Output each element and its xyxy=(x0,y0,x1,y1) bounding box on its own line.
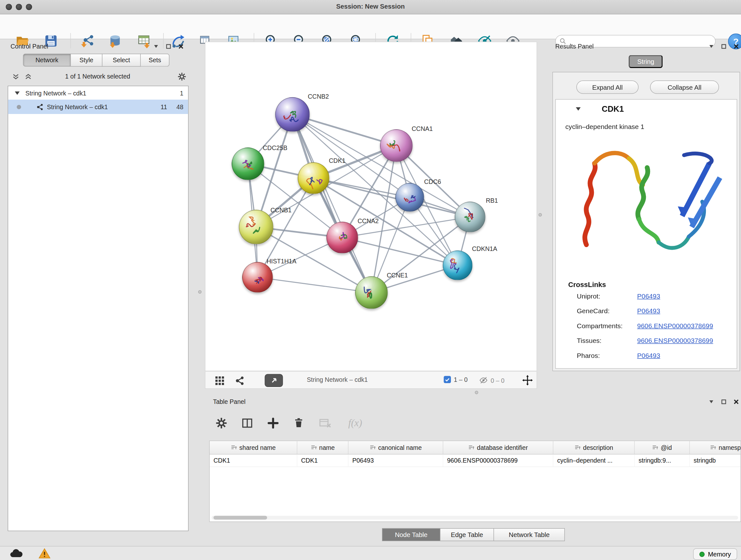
network-view-canvas[interactable]: CCNB2CCNA1CDC25BCDK1CDC6RB1CCNB1CCNA2CDK… xyxy=(205,42,537,371)
tab-select[interactable]: Select xyxy=(103,54,141,67)
float-panel-icon[interactable] xyxy=(153,44,159,50)
splitter-handle[interactable] xyxy=(539,213,542,217)
column-header-namespace[interactable]: namespace xyxy=(690,441,741,454)
column-header-canonical-name[interactable]: canonical name xyxy=(348,441,443,454)
network-node-ccna2[interactable] xyxy=(327,222,358,253)
network-edge[interactable] xyxy=(342,238,458,265)
pan-crosshair-icon[interactable] xyxy=(522,375,533,386)
splitter-handle[interactable] xyxy=(475,391,478,394)
network-edge[interactable] xyxy=(258,277,372,293)
grid-view-icon[interactable] xyxy=(215,376,225,386)
tab-network[interactable]: Network xyxy=(23,54,71,67)
warning-icon[interactable] xyxy=(38,548,51,559)
scrollbar-thumb[interactable] xyxy=(213,516,267,520)
column-header-name[interactable]: name xyxy=(297,441,349,454)
network-collection-row[interactable]: String Network – cdk1 1 xyxy=(8,86,188,100)
crosslink-row: Pharos: P06493 xyxy=(556,352,737,365)
crosslink-uniprot-link[interactable]: P06493 xyxy=(637,292,660,300)
tab-style[interactable]: Style xyxy=(71,54,103,67)
network-node-ccnb2[interactable] xyxy=(275,98,310,132)
table-settings-button[interactable] xyxy=(213,415,229,431)
cloud-icon[interactable] xyxy=(10,549,23,559)
function-builder-button[interactable]: f(x) xyxy=(342,415,368,431)
splitter-handle[interactable] xyxy=(198,290,202,294)
open-in-window-button[interactable] xyxy=(265,374,283,387)
cell-canonical-name[interactable]: P06493 xyxy=(348,455,443,467)
cell-name[interactable]: CDK1 xyxy=(297,455,349,467)
cell-database-identifier[interactable]: 9606.ENSP00000378699 xyxy=(443,455,553,467)
memory-label: Memory xyxy=(708,550,731,558)
network-row-selected[interactable]: String Network – cdk1 11 48 xyxy=(8,100,188,114)
network-node-rb1[interactable] xyxy=(455,202,485,233)
horizontal-scrollbar[interactable] xyxy=(212,516,738,520)
network-node-ccna1[interactable] xyxy=(380,129,413,162)
delete-column-button[interactable] xyxy=(291,415,307,431)
table-row[interactable]: CDK1 CDK1 P06493 9606.ENSP00000378699 cy… xyxy=(210,455,741,467)
delete-table-button[interactable] xyxy=(317,415,333,431)
tab-string-results[interactable]: String xyxy=(629,55,663,68)
float-panel-icon[interactable] xyxy=(709,44,714,50)
gear-icon[interactable] xyxy=(177,72,187,81)
memory-button[interactable]: Memory xyxy=(693,549,737,560)
collection-expander-icon[interactable] xyxy=(15,91,20,95)
protein-structure-thumbnail xyxy=(400,188,420,208)
network-edge[interactable] xyxy=(293,115,372,293)
tab-sets[interactable]: Sets xyxy=(141,54,170,67)
network-node-count: 11 xyxy=(160,103,167,111)
protein-structure-thumbnail xyxy=(448,256,468,276)
close-panel-icon[interactable] xyxy=(733,399,739,405)
cell-id[interactable]: stringdb:9... xyxy=(635,455,690,467)
network-node-cdk1[interactable] xyxy=(298,163,329,194)
close-panel-icon[interactable] xyxy=(733,44,739,50)
network-node-ccnb1[interactable] xyxy=(239,210,273,244)
sort-icon xyxy=(575,444,581,451)
crosslink-row: Tissues: 9606.ENSP00000378699 xyxy=(556,337,737,350)
column-header-id[interactable]: @id xyxy=(635,441,690,454)
selection-checkbox[interactable] xyxy=(444,376,451,383)
crosslink-label: Tissues: xyxy=(577,337,602,345)
network-edge[interactable] xyxy=(314,178,470,217)
trash-icon xyxy=(293,417,305,429)
float-panel-icon[interactable] xyxy=(709,399,714,405)
network-node-cdc6[interactable] xyxy=(395,183,424,212)
crosslink-compartments-link[interactable]: 9606.ENSP00000378699 xyxy=(637,322,713,329)
collapse-all-button[interactable]: Collapse All xyxy=(650,80,719,94)
maximize-panel-icon[interactable] xyxy=(721,399,727,405)
tab-network-table[interactable]: Network Table xyxy=(494,528,565,542)
crosslink-row: Compartments: 9606.ENSP00000378699 xyxy=(556,322,737,335)
network-node-ccne1[interactable] xyxy=(355,276,388,309)
cell-description[interactable]: cyclin–dependent ... xyxy=(553,455,635,467)
crosslink-pharos-link[interactable]: P06493 xyxy=(637,352,660,359)
current-network-indicator xyxy=(17,105,21,109)
crosslink-tissues-link[interactable]: 9606.ENSP00000378699 xyxy=(637,337,713,345)
hidden-count-text: 0 – 0 xyxy=(491,377,504,384)
network-node-hist1h1a[interactable] xyxy=(242,262,273,293)
hidden-eye-slash-icon xyxy=(479,376,488,385)
column-header-description[interactable]: description xyxy=(553,441,635,454)
tab-node-table[interactable]: Node Table xyxy=(382,528,441,542)
network-node-cdkn1a[interactable] xyxy=(443,251,473,280)
maximize-panel-icon[interactable] xyxy=(165,44,172,50)
node-label-ccna2: CCNA2 xyxy=(358,217,379,225)
crosslink-genecard-link[interactable]: P06493 xyxy=(637,307,660,315)
protein-structure-image xyxy=(563,137,731,278)
table-panel-header-icons xyxy=(709,399,739,405)
network-node-cdc25b[interactable] xyxy=(232,147,264,180)
cell-shared-name[interactable]: CDK1 xyxy=(210,455,297,467)
maximize-panel-icon[interactable] xyxy=(721,44,727,50)
crosslink-label: Compartments: xyxy=(577,322,623,329)
cell-namespace[interactable]: stringdb xyxy=(690,455,741,467)
close-panel-icon[interactable] xyxy=(178,44,184,50)
column-header-shared-name[interactable]: shared name xyxy=(210,441,297,454)
tab-edge-table[interactable]: Edge Table xyxy=(441,528,494,542)
add-column-button[interactable] xyxy=(265,415,281,431)
column-header-database-identifier[interactable]: database identifier xyxy=(443,441,553,454)
show-columns-button[interactable] xyxy=(239,415,255,431)
column-label: @id xyxy=(661,444,672,451)
expand-all-button[interactable]: Expand All xyxy=(576,80,638,94)
sort-icon xyxy=(710,444,717,451)
column-label: shared name xyxy=(239,444,276,451)
collapse-section-icon[interactable] xyxy=(576,107,581,111)
results-panel-title: Results Panel xyxy=(555,43,594,50)
birds-eye-view-icon[interactable] xyxy=(235,376,245,386)
